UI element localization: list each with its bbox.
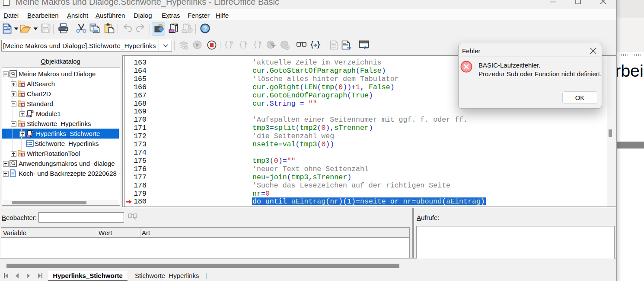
svg-text:?: ? bbox=[203, 25, 207, 32]
